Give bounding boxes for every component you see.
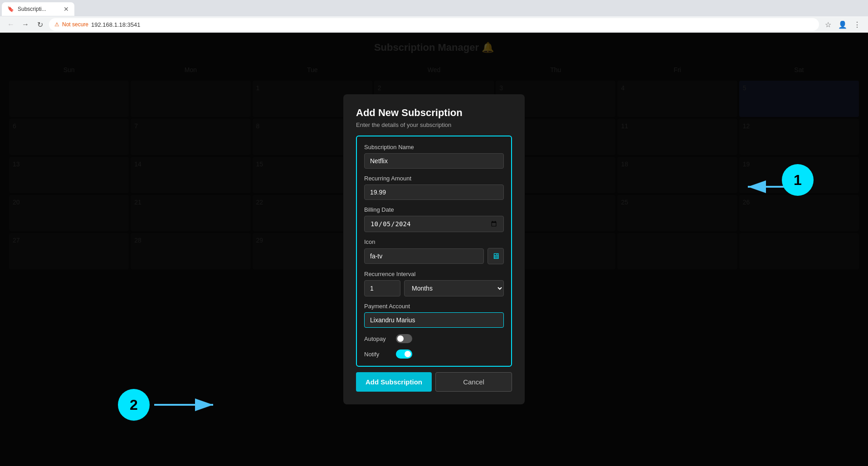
autopay-toggle[interactable]: [396, 334, 412, 343]
arrow-2: [150, 396, 218, 414]
modal-footer: Add Subscription Cancel: [356, 372, 512, 392]
icon-group: Icon 🖥: [364, 238, 504, 264]
address-text: 192.168.1.18:3541: [91, 21, 140, 28]
recurrence-interval-label: Recurrence Interval: [364, 271, 504, 277]
modal-subtitle: Enter the details of your subscription: [356, 121, 512, 128]
add-subscription-button[interactable]: Add Subscription: [356, 372, 432, 392]
icon-preview: 🖥: [488, 248, 504, 264]
subscription-name-label: Subscription Name: [364, 144, 504, 150]
reload-button[interactable]: ↻: [34, 19, 45, 30]
tab-favicon: 🔖: [7, 6, 14, 12]
billing-date-group: Billing Date: [364, 206, 504, 232]
browser-chrome: 🔖 Subscripti... ✕ ← → ↻ ⚠ Not secure 192…: [0, 0, 868, 33]
interval-unit-select[interactable]: Days Weeks Months Years: [404, 280, 504, 296]
subscription-form: Subscription Name Recurring Amount Billi…: [356, 136, 512, 367]
recurring-amount-label: Recurring Amount: [364, 175, 504, 182]
notify-label: Notify: [364, 351, 391, 358]
subscription-name-group: Subscription Name: [364, 144, 504, 169]
recurring-amount-input[interactable]: [364, 184, 504, 200]
recurring-amount-group: Recurring Amount: [364, 175, 504, 200]
address-bar[interactable]: ⚠ Not secure 192.168.1.18:3541: [49, 18, 819, 31]
interval-number-input[interactable]: [364, 280, 400, 296]
not-secure-icon: ⚠: [54, 21, 59, 28]
billing-date-label: Billing Date: [364, 206, 504, 213]
menu-button[interactable]: ⋮: [852, 19, 863, 30]
cancel-button[interactable]: Cancel: [435, 372, 512, 392]
badge-2-label: 2: [130, 397, 138, 413]
payment-account-input[interactable]: [364, 312, 504, 328]
browser-tab[interactable]: 🔖 Subscripti... ✕: [2, 2, 74, 16]
bookmark-button[interactable]: ☆: [823, 19, 834, 30]
annotation-badge-1: 1: [782, 164, 814, 196]
subscription-name-input[interactable]: [364, 153, 504, 169]
notify-toggle[interactable]: [396, 350, 412, 359]
annotation-badge-2: 2: [118, 389, 150, 421]
back-button[interactable]: ←: [5, 19, 16, 30]
tv-icon: 🖥: [492, 252, 500, 261]
notify-slider: [396, 350, 412, 359]
payment-account-label: Payment Account: [364, 303, 504, 310]
icon-input[interactable]: [364, 248, 484, 264]
billing-date-input[interactable]: [364, 216, 504, 232]
forward-button[interactable]: →: [20, 19, 31, 30]
autopay-row: Autopay: [364, 334, 504, 343]
recurrence-interval-group: Recurrence Interval Days Weeks Months Ye…: [364, 271, 504, 296]
autopay-slider: [396, 334, 412, 343]
interval-row: Days Weeks Months Years: [364, 280, 504, 296]
tab-title: Subscripti...: [18, 6, 46, 12]
profile-button[interactable]: 👤: [837, 19, 848, 30]
badge-1-label: 1: [794, 172, 802, 189]
main-content: Subscription Manager 🔔 Sun Mon Tue Wed T…: [0, 33, 868, 466]
payment-account-group: Payment Account: [364, 303, 504, 328]
icon-label: Icon: [364, 238, 504, 245]
nav-bar: ← → ↻ ⚠ Not secure 192.168.1.18:3541 ☆ 👤…: [0, 16, 868, 33]
tab-bar: 🔖 Subscripti... ✕: [0, 0, 868, 16]
not-secure-label: Not secure: [62, 21, 88, 28]
notify-row: Notify: [364, 350, 504, 359]
add-subscription-modal: Add New Subscription Enter the details o…: [343, 94, 525, 404]
icon-row: 🖥: [364, 248, 504, 264]
modal-title: Add New Subscription: [356, 107, 512, 119]
tab-close-button[interactable]: ✕: [63, 5, 69, 13]
autopay-label: Autopay: [364, 335, 391, 342]
